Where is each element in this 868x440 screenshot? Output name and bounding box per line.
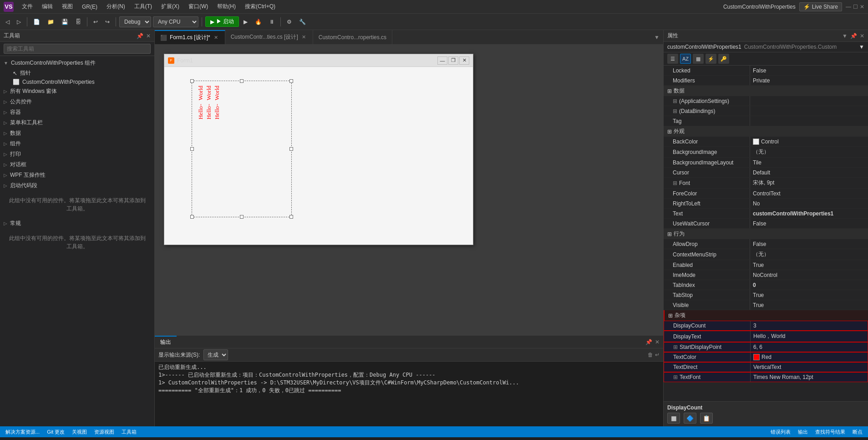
close-icon2[interactable]: ✕ xyxy=(655,339,660,345)
props-object-selector[interactable]: customControlWithProperties1 CustomContr… xyxy=(664,42,868,52)
save-all-button[interactable]: 🗄 xyxy=(73,17,84,26)
menu-toolbar-group[interactable]: ▷ 菜单和工具栏 xyxy=(0,118,154,128)
props-props-btn[interactable]: ▦ xyxy=(693,54,704,64)
props-icon-btn1[interactable]: ▦ xyxy=(667,413,680,424)
live-share-button[interactable]: ⚡ Live Share xyxy=(799,2,842,11)
back-button[interactable]: ◁ xyxy=(3,17,12,26)
prop-value-textdirect[interactable]: VerticalText xyxy=(751,363,868,372)
prop-value-databindings[interactable] xyxy=(750,106,868,116)
prop-value-visible[interactable]: True xyxy=(750,300,868,310)
prop-value-backcolor[interactable]: Control xyxy=(750,137,868,146)
custom-control[interactable]: Hello，WorldHello，WorldHello，World xyxy=(192,81,292,217)
menu-extend[interactable]: 扩展(X) xyxy=(157,2,183,11)
props-close-icon[interactable]: ✕ xyxy=(860,33,864,39)
prop-value-allowdrop[interactable]: False xyxy=(750,239,868,249)
dropdown-icon[interactable]: ▼ xyxy=(654,34,660,41)
prop-value-appsettings[interactable] xyxy=(750,96,868,106)
toolbox-close-icon[interactable]: ✕ xyxy=(146,33,151,39)
config-dropdown[interactable]: Debug xyxy=(119,16,151,27)
minimize-icon[interactable]: — xyxy=(846,4,851,10)
close-icon[interactable]: ✕ xyxy=(860,4,864,10)
restore-icon[interactable]: ☐ xyxy=(853,4,858,10)
props-events-btn[interactable]: ⚡ xyxy=(706,54,716,64)
tool-custom-control[interactable]: ⬜ CustomControlWithProperties xyxy=(0,78,154,86)
expand-databindings[interactable]: ⊞ xyxy=(673,108,677,114)
prop-value-textcolor[interactable]: Red xyxy=(751,353,868,362)
tab-custom-close[interactable]: ✕ xyxy=(301,34,307,41)
section-data[interactable]: ⊞ 数据 xyxy=(664,86,868,96)
handle-bm[interactable] xyxy=(240,215,244,219)
pin-icon2[interactable]: 📌 xyxy=(645,339,652,345)
prop-value-startdisplaypoint[interactable]: 6, 6 xyxy=(751,343,868,352)
status-resource[interactable]: 资源视图 xyxy=(94,429,114,435)
prop-value-modifiers[interactable]: Private xyxy=(750,76,868,85)
run2-button[interactable]: ▶ xyxy=(241,17,250,26)
prop-value-tabstop[interactable]: True xyxy=(750,290,868,300)
expand-appsettings[interactable]: ⊞ xyxy=(673,98,677,104)
prop-value-imemode[interactable]: NoControl xyxy=(750,270,868,280)
run-button[interactable]: ▶ ▶ 启动 xyxy=(205,16,239,27)
pin-icon[interactable]: 📌 xyxy=(137,33,143,39)
tools2-button[interactable]: 🔧 xyxy=(296,17,309,26)
prop-value-enabled[interactable]: True xyxy=(750,260,868,270)
toolbox-search-input[interactable] xyxy=(4,44,151,54)
menu-analyze[interactable]: 分析(N) xyxy=(103,2,129,11)
section-appearance[interactable]: ⊞ 外观 xyxy=(664,126,868,137)
props-category-btn[interactable]: ☰ xyxy=(667,54,678,64)
container-group[interactable]: ▷ 容器 xyxy=(0,107,154,118)
tab-form1-design[interactable]: ⬛ Form1.cs [设计]* ✕ xyxy=(155,30,225,44)
startup-group[interactable]: ▷ 启动代码段 xyxy=(0,180,154,191)
prop-value-righttoleft[interactable]: No xyxy=(750,199,868,208)
settings-button[interactable]: ⚙ xyxy=(284,17,294,26)
props-icon-btn3[interactable]: 📋 xyxy=(700,413,713,424)
prop-value-usewaitcursor[interactable]: False xyxy=(750,219,868,228)
dialog-group[interactable]: ▷ 对话框 xyxy=(0,159,154,170)
prop-value-locked[interactable]: False xyxy=(750,66,868,75)
props-object-dropdown-icon[interactable]: ▼ xyxy=(859,44,864,50)
status-output[interactable]: 输出 xyxy=(798,429,808,435)
form-restore-btn[interactable]: ❐ xyxy=(448,56,458,65)
props-dropdown-icon[interactable]: ▼ xyxy=(842,33,848,39)
form-close-btn[interactable]: ✕ xyxy=(459,56,469,65)
menu-window[interactable]: 窗口(W) xyxy=(185,2,212,11)
wrap-icon[interactable]: ↵ xyxy=(655,352,660,358)
handle-ml[interactable] xyxy=(190,147,194,151)
prop-value-tag[interactable] xyxy=(750,116,868,126)
new-file-button[interactable]: 📄 xyxy=(30,17,43,26)
hot-reload-button[interactable]: 🔥 xyxy=(252,17,264,26)
all-windows-group[interactable]: ▷ 所有 Windows 窗体 xyxy=(0,86,154,97)
save-button[interactable]: 💾 xyxy=(59,17,71,26)
menu-edit[interactable]: 编辑 xyxy=(38,2,56,11)
prop-value-bgimage[interactable]: （无） xyxy=(750,147,868,157)
menu-gr[interactable]: GR(E) xyxy=(78,3,101,11)
project-group-header[interactable]: ▼ CustomControlWithProperties 组件 xyxy=(0,58,154,68)
props-info-btn[interactable]: 🔑 xyxy=(718,54,729,64)
status-find[interactable]: 查找符号结果 xyxy=(815,429,845,435)
prop-value-contextmenu[interactable]: （无） xyxy=(750,249,868,260)
prop-value-forecolor[interactable]: ControlText xyxy=(750,189,868,198)
prop-value-cursor[interactable]: Default xyxy=(750,168,868,177)
tool-pointer[interactable]: ↖ 指针 xyxy=(0,68,154,78)
status-view[interactable]: 关视图 xyxy=(72,429,87,435)
status-breakpoints[interactable]: 断点 xyxy=(853,429,863,435)
redo-button[interactable]: ↪ xyxy=(102,17,112,26)
prop-value-bgimagelayout[interactable]: Tile xyxy=(750,158,868,167)
prop-value-text[interactable]: customControlWithProperties1 xyxy=(750,209,868,218)
expand-startdisplay[interactable]: ⊞ xyxy=(673,344,678,350)
prop-value-font[interactable]: 宋体, 9pt xyxy=(750,178,868,188)
handle-br[interactable] xyxy=(289,215,293,219)
data-group[interactable]: ▷ 数据 xyxy=(0,128,154,138)
print-group[interactable]: ▷ 打印 xyxy=(0,149,154,159)
section-behavior[interactable]: ⊞ 行为 xyxy=(664,229,868,239)
tab-custom-design[interactable]: CustomContr...ties.cs [设计] ✕ xyxy=(225,30,313,44)
menu-tools[interactable]: 工具(T) xyxy=(131,2,156,11)
prop-value-displaytext[interactable]: Hello，World xyxy=(751,331,868,342)
open-button[interactable]: 📁 xyxy=(45,17,57,26)
props-pin-icon[interactable]: 📌 xyxy=(850,33,857,39)
component-group[interactable]: ▷ 组件 xyxy=(0,138,154,149)
wpf-group[interactable]: ▷ WPF 互操作性 xyxy=(0,170,154,180)
pause-button[interactable]: ⏸ xyxy=(266,17,277,26)
output-tab-output[interactable]: 输出 xyxy=(155,336,177,348)
prop-value-displaycount[interactable]: 3 xyxy=(751,321,868,330)
prop-value-textfont[interactable]: Times New Roman, 12pt xyxy=(751,373,868,382)
